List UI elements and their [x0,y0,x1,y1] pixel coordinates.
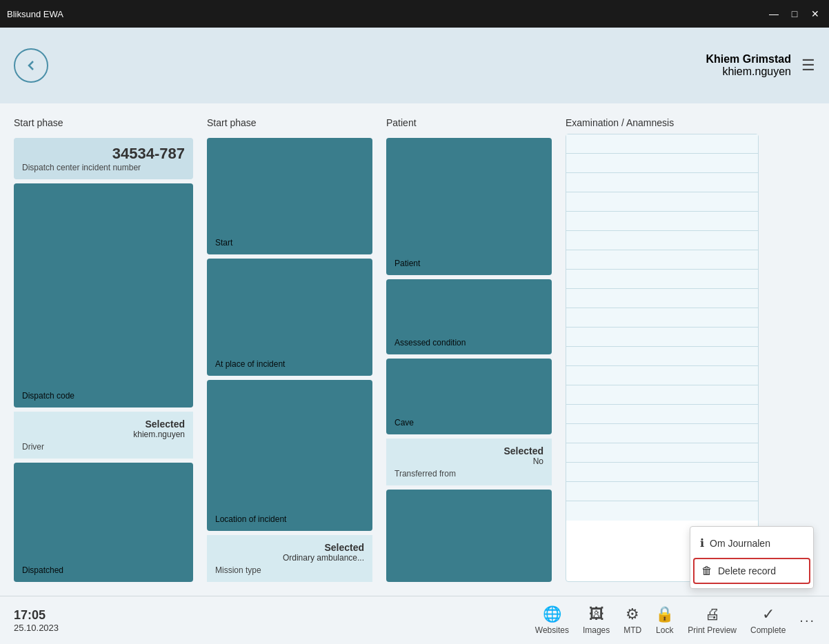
location-card[interactable]: Location of incident [207,380,372,531]
dispatch-number-card[interactable]: 34534-787 Dispatch center incident numbe… [14,138,193,179]
exam-line-5 [566,212,758,231]
close-button[interactable]: ✕ [808,7,822,21]
back-button[interactable] [14,48,48,83]
transferred-label: Transferred from [394,469,543,479]
current-time: 17:05 [14,608,59,623]
dispatched-label: Dispatched [22,565,185,575]
window-controls: — □ ✕ [767,7,822,21]
main-content: Start phase 34534-787 Dispatch center in… [0,103,829,596]
driver-label: Driver [22,442,185,452]
cave-card[interactable]: Cave [386,359,552,434]
exam-line-20 [566,501,758,521]
mission-value: Selected [215,542,364,553]
dispatch-number: 34534-787 [22,145,185,163]
exam-line-4 [566,192,758,212]
transferred-sub: No [394,456,543,466]
websites-icon: 🌐 [543,605,561,623]
delete-record-label: Delete record [718,565,776,576]
nav-print-preview[interactable]: 🖨 Print Preview [688,605,737,635]
nav-mtd[interactable]: ⚙ MTD [623,605,641,635]
time-info: 17:05 25.10.2023 [14,608,59,633]
column-start-phase-1: Start phase 34534-787 Dispatch center in… [14,117,193,582]
transferred-value: Selected [394,445,543,456]
current-date: 25.10.2023 [14,623,59,633]
nav-complete[interactable]: ✓ Complete [750,605,786,635]
exam-line-14 [566,385,758,405]
images-label: Images [583,625,610,635]
exam-line-17 [566,443,758,463]
popup-menu: ℹ Om Journalen 🗑 Delete record [690,526,814,589]
dispatch-center-label: Dispatch center incident number [22,163,185,172]
print-preview-label: Print Preview [688,625,737,635]
exam-line-18 [566,463,758,482]
titlebar: Bliksund EWA — □ ✕ [0,0,829,28]
start-label: Start [215,238,364,248]
exam-line-1 [566,134,758,154]
col3-header: Patient [386,117,552,128]
nav-lock[interactable]: 🔒 Lock [655,605,674,635]
driver-value: Selected [22,419,185,430]
lock-label: Lock [656,625,673,635]
column-patient: Patient Patient Assessed condition Cave … [386,117,552,582]
bottombar: 17:05 25.10.2023 🌐 Websites 🖼 Images ⚙ M… [0,596,829,644]
restore-button[interactable]: □ [788,7,801,21]
header: Khiem Grimstad khiem.nguyen ☰ [0,28,829,103]
om-journalen-item[interactable]: ℹ Om Journalen [690,530,813,556]
dispatched-card[interactable]: Dispatched [14,463,193,582]
nav-websites[interactable]: 🌐 Websites [535,605,569,635]
user-info: Khiem Grimstad khiem.nguyen ☰ [706,53,815,78]
print-preview-icon: 🖨 [705,605,720,623]
exam-line-11 [566,328,758,347]
exam-line-7 [566,250,758,270]
column-examination: Examination / Anamnesis [566,117,759,582]
lock-icon: 🔒 [655,605,674,623]
driver-card[interactable]: Selected khiem.nguyen Driver [14,412,193,459]
at-place-label: At place of incident [215,359,364,369]
col2-header: Start phase [207,117,372,128]
col4-header: Examination / Anamnesis [566,117,759,128]
nav-images[interactable]: 🖼 Images [583,605,610,635]
complete-label: Complete [750,625,786,635]
websites-label: Websites [535,625,569,635]
username-sub: khiem.nguyen [706,66,791,78]
exam-line-8 [566,270,758,289]
nav-icons: 🌐 Websites 🖼 Images ⚙ MTD 🔒 Lock 🖨 Print… [535,605,815,635]
dispatch-code-label: Dispatch code [22,391,185,401]
dispatch-code-card[interactable]: Dispatch code [14,183,193,407]
exam-line-3 [566,173,758,192]
exam-line-19 [566,482,758,501]
exam-line-12 [566,347,758,366]
mission-type-card[interactable]: Selected Ordinary ambulance... Mission t… [207,535,372,582]
at-place-card[interactable]: At place of incident [207,259,372,375]
complete-icon: ✓ [762,605,775,623]
column-start-phase-2: Start phase Start At place of incident L… [207,117,372,582]
username: Khiem Grimstad [706,53,791,66]
exam-line-15 [566,405,758,424]
mtd-icon: ⚙ [626,605,639,623]
menu-icon[interactable]: ☰ [801,57,815,74]
driver-sub: khiem.nguyen [22,430,185,439]
exam-line-16 [566,424,758,443]
delete-record-item[interactable]: 🗑 Delete record [693,558,810,584]
transferred-card[interactable]: Selected No Transferred from [386,439,552,485]
mission-sub: Ordinary ambulance... [215,553,364,563]
om-journalen-label: Om Journalen [710,538,770,549]
exam-line-10 [566,308,758,328]
patient-card[interactable]: Patient [386,138,552,275]
more-options-button[interactable]: ··· [799,612,815,628]
assessed-card[interactable]: Assessed condition [386,279,552,354]
patient-label: Patient [394,259,543,268]
mission-label: Mission type [215,565,364,575]
trash-icon: 🗑 [701,565,712,577]
exam-lines[interactable] [566,134,759,582]
info-icon: ℹ [700,536,704,550]
start-card[interactable]: Start [207,138,372,254]
exam-line-9 [566,289,758,308]
minimize-button[interactable]: — [767,7,781,21]
exam-line-13 [566,366,758,385]
images-icon: 🖼 [589,605,604,623]
location-label: Location of incident [215,514,364,524]
extra-teal-card[interactable] [386,490,552,582]
cave-label: Cave [394,418,543,427]
exam-line-2 [566,154,758,173]
